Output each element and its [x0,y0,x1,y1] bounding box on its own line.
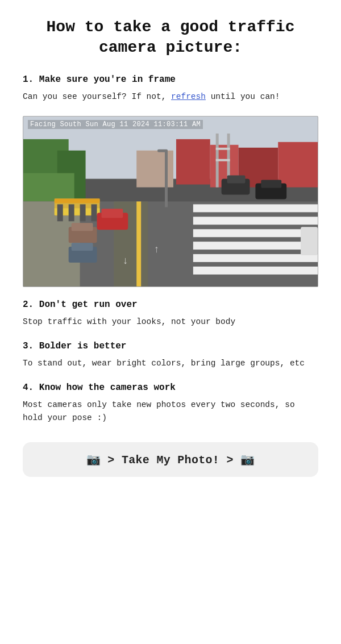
svg-rect-40 [301,227,318,255]
step1-heading: 1. Make sure you're in frame [23,74,318,85]
section-step1: 1. Make sure you're in frame Can you see… [23,74,318,103]
svg-rect-5 [136,151,173,188]
camera-image: Facing South Sun Aug 11 2024 11:03:11 AM [23,116,318,287]
step1-text-after: until you can! [206,92,280,101]
svg-rect-35 [261,180,281,188]
step4-heading: 4. Know how the cameras work [23,383,318,393]
step3-text: To stand out, wear bright colors, bring … [23,357,318,370]
step3-heading: 3. Bolder is better [23,341,318,351]
svg-rect-26 [57,204,63,221]
svg-rect-37 [72,223,93,231]
step4-text: Most cameras only take new photos every … [23,398,318,425]
svg-rect-21 [136,201,141,286]
svg-rect-4 [278,142,318,188]
take-photo-button[interactable]: 📷 > Take My Photo! > 📷 [23,442,318,477]
traffic-camera-view: ↓ ↑ [23,117,318,286]
svg-text:↓: ↓ [122,255,128,267]
svg-rect-42 [157,149,168,152]
svg-rect-15 [193,204,318,212]
section-step2: 2. Don't get run over Stop traffic with … [23,300,318,329]
svg-rect-29 [92,204,97,221]
page-title: How to take a good traffic camera pictur… [23,17,318,59]
refresh-link[interactable]: refresh [171,92,206,101]
svg-text:↑: ↑ [153,244,160,255]
svg-rect-18 [193,242,318,250]
camera-timestamp: Facing South Sun Aug 11 2024 11:03:11 AM [28,120,203,129]
svg-rect-17 [193,229,318,237]
svg-rect-39 [72,243,93,251]
svg-rect-1 [176,139,210,185]
section-step3: 3. Bolder is better To stand out, wear b… [23,341,318,370]
svg-rect-25 [55,198,100,203]
svg-rect-19 [193,254,318,262]
svg-rect-20 [193,267,318,275]
step1-text: Can you see yourself? If not, refresh un… [23,90,318,103]
step1-text-before: Can you see yourself? If not, [23,92,171,101]
section-step4: 4. Know how the cameras work Most camera… [23,383,318,425]
step2-heading: 2. Don't get run over [23,300,318,310]
svg-rect-28 [80,204,86,221]
svg-rect-31 [101,209,123,218]
svg-rect-33 [227,176,246,184]
step2-text: Stop traffic with your looks, not your b… [23,315,318,329]
svg-rect-8 [216,148,230,150]
svg-rect-9 [216,159,230,161]
svg-rect-41 [165,151,168,207]
svg-rect-16 [193,217,318,225]
svg-rect-27 [69,204,74,221]
